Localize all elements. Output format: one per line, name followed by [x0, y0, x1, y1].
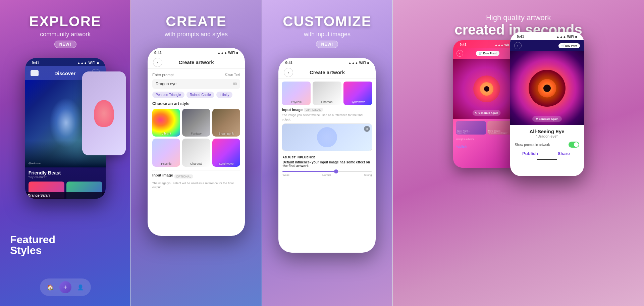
publish-button[interactable]: Publish: [515, 151, 546, 156]
input-image-desc: The image you select will be used as a r…: [152, 181, 240, 190]
slider-thumb[interactable]: [334, 169, 338, 173]
close-image-btn[interactable]: ×: [364, 126, 370, 132]
orange-strip: Orange Safari: [25, 192, 106, 199]
back-generate-again-btn[interactable]: ↻ Generate Again: [472, 110, 501, 116]
top-style-charcoal-label: Charcoal: [313, 100, 341, 104]
create-back-btn[interactable]: ‹: [153, 58, 162, 67]
style-chips: Penrose Triangle Ruined Castle Infinity: [152, 92, 240, 98]
back-thumb-1[interactable]: Space Pig D... "Galaxy Pig...": [456, 121, 486, 135]
discord-icon[interactable]: [31, 70, 39, 76]
synthwave-label: Synthwave: [212, 162, 240, 165]
input-image-section: Input image OPTIONAL The image you selec…: [152, 170, 240, 190]
chip-penrose[interactable]: Penrose Triangle: [152, 92, 184, 98]
back-phone-back-btn[interactable]: ‹: [457, 50, 463, 57]
style-psychic[interactable]: Psychic: [152, 139, 180, 166]
slider-labels: Weak Normal Strong: [282, 173, 372, 176]
adjust-influence-title: ADJUST INFLUENCE: [282, 156, 372, 159]
fantasy-label: Fantasy: [182, 132, 210, 135]
create-time: 9:41: [154, 51, 162, 55]
refresh-icon: ↻: [475, 111, 477, 114]
artwork-sub-1: "toy creature": [29, 175, 102, 179]
add-button[interactable]: +: [59, 281, 71, 293]
profile-icon[interactable]: 👤: [77, 284, 84, 291]
create-nav-title: Create artwork: [179, 59, 214, 65]
front-phone-statusbar: 9:41 ▲▲▲ WiFi ■: [510, 32, 584, 40]
back-thumb-2-label: Floral Dragon "Cherry Blossom Dragon": [488, 130, 507, 134]
top-style-synthwave[interactable]: Synthwave: [343, 82, 372, 105]
style-fantasy[interactable]: Fantasy: [182, 109, 210, 137]
optional-badge: OPTIONAL: [174, 174, 193, 178]
front-phone-artwork: ↻ Generate Again: [510, 51, 584, 125]
panel4-title-small: High quality artwork: [393, 13, 644, 22]
explore-header: EXPLORE community artwork NEW!: [22, 0, 108, 55]
status-icons-1: ▲▲▲ WiFi ■: [77, 61, 99, 65]
explore-title: EXPLORE: [29, 13, 101, 30]
style-steampunk[interactable]: Steampunk: [212, 109, 240, 137]
steampunk-label: Steampunk: [212, 132, 240, 135]
customize-header: CUSTOMIZE with input images NEW!: [276, 0, 378, 55]
charcoal-label: Charcoal: [182, 162, 210, 165]
customize-input-label: Input image: [282, 108, 303, 112]
influence-slider[interactable]: [282, 171, 372, 172]
create-status-bar: 9:41 ▲▲▲ WiFi ■: [148, 48, 245, 56]
create-header: CREATE with prompts and styles: [158, 0, 234, 45]
customize-phone: 9:41 ▲▲▲ WiFi ■ ‹ Create artwork Psychic…: [278, 58, 376, 253]
optional-label: Input image OPTIONAL: [152, 173, 240, 180]
customize-status-bar: 9:41 ▲▲▲ WiFi ■: [278, 58, 376, 66]
back-phone-buy-print[interactable]: 🛒 Buy Print: [476, 51, 499, 56]
style-vibrant[interactable]: Vibrant: [152, 109, 180, 137]
discover-title: Discover: [54, 70, 75, 76]
customize-input-image-header: Input image OPTIONAL The image you selec…: [278, 106, 376, 121]
psychic-label: Psychic: [152, 162, 180, 165]
customize-title: CUSTOMIZE: [283, 13, 372, 30]
front-phone-nav: ‹ 🛒 Buy Print: [510, 40, 584, 51]
show-prompt-toggle[interactable]: [569, 142, 579, 148]
vibrant-label: Vibrant: [152, 132, 180, 135]
front-phone-back-btn[interactable]: ‹: [514, 42, 522, 49]
influence-section: ADJUST INFLUENCE Default influence- your…: [278, 153, 376, 179]
home-icon[interactable]: 🏠: [47, 284, 54, 291]
chip-infinity[interactable]: Infinity: [216, 92, 233, 98]
customize-back-btn[interactable]: ‹: [284, 68, 293, 77]
influence-desc: Default influence- your input image has …: [282, 160, 372, 168]
style-charcoal[interactable]: Charcoal: [182, 139, 210, 166]
prompt-input-box: Dragon eye 80: [152, 79, 240, 89]
create-phone: 9:41 ▲▲▲ WiFi ■ ‹ Create artwork Enter p…: [148, 48, 245, 236]
explore-new-badge: NEW!: [54, 41, 76, 48]
front-generate-again-btn[interactable]: ↻ Generate Again: [532, 116, 562, 122]
top-style-charcoal[interactable]: Charcoal: [313, 82, 341, 105]
art-grid: Vibrant Fantasy Steampunk Psychic: [152, 109, 240, 167]
back-publish-btn[interactable]: Publish: [456, 145, 467, 148]
cart-icon: 🛒: [479, 52, 482, 55]
panel-explore: EXPLORE community artwork NEW! 9:41 ▲▲▲ …: [0, 0, 130, 306]
clear-text[interactable]: Clear Text: [225, 73, 240, 77]
front-phone-status-icons: ▲▲▲ WiFi ■: [556, 35, 577, 39]
main-container: EXPLORE community artwork NEW! 9:41 ▲▲▲ …: [0, 0, 644, 306]
customize-status-icons: ▲▲▲ WiFi ■: [348, 61, 369, 65]
front-phone-buy-print[interactable]: 🛒 Buy Print: [558, 43, 580, 48]
customize-optional-badge: OPTIONAL: [304, 108, 323, 112]
customize-optional-label: Input image OPTIONAL: [282, 108, 372, 112]
style-synthwave[interactable]: Synthwave: [212, 139, 240, 166]
explore-subtitle: community artwork: [29, 31, 101, 38]
featured-styles-label: FeaturedStyles: [10, 234, 55, 256]
top-style-psychic[interactable]: Psychic: [282, 82, 311, 105]
home-indicator: [515, 159, 579, 160]
create-form: Enter prompt Clear Text Dragon eye 80 Pe…: [148, 69, 245, 194]
artwork-sub-front: "Dragon eye": [515, 134, 579, 138]
top-style-synthwave-label: Synthwave: [343, 100, 372, 104]
prompt-value[interactable]: Dragon eye: [156, 82, 176, 86]
show-prompt-label: Show prompt in artwork: [515, 143, 550, 147]
panel-quality: High quality artwork created in seconds …: [393, 0, 644, 306]
share-button[interactable]: Share: [548, 151, 579, 156]
front-phone-time: 9:41: [517, 35, 524, 39]
customize-nav: ‹ Create artwork: [278, 66, 376, 79]
chip-ruined[interactable]: Ruined Castle: [186, 92, 214, 98]
customize-time: 9:41: [285, 61, 292, 65]
choose-style-label: Choose an art style: [152, 101, 240, 106]
prompt-in-artwork-label: prompt in artwork: [456, 138, 518, 140]
create-subtitle: with prompts and styles: [165, 31, 228, 38]
action-buttons-row: Publish Share: [515, 151, 579, 156]
front-phone-info: All-Seeing Eye "Dragon eye" Show prompt …: [510, 125, 584, 163]
create-title: CREATE: [165, 13, 228, 30]
